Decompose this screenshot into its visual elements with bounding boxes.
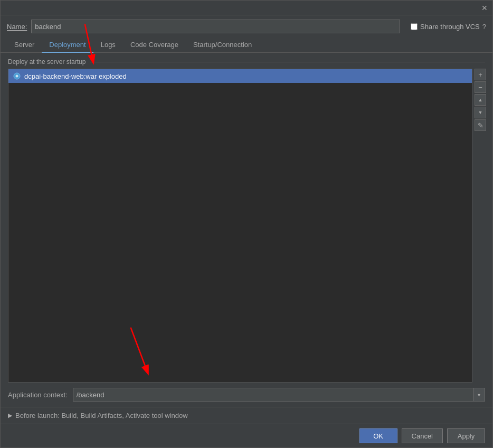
svg-point-1	[16, 75, 18, 78]
cancel-button[interactable]: Cancel	[402, 428, 443, 443]
content-area: Deploy at the server startup dcpai-backe…	[1, 53, 492, 407]
ok-button[interactable]: OK	[359, 428, 397, 443]
apply-button[interactable]: Apply	[447, 428, 485, 443]
run-configuration-dialog: ✕ Name: Share through VCS ? Server Deplo…	[0, 0, 493, 448]
app-context-label: Application context:	[8, 391, 68, 399]
edit-button[interactable]: ✎	[475, 119, 486, 131]
app-context-row: Application context: ▾	[1, 382, 492, 407]
tab-logs[interactable]: Logs	[93, 38, 123, 52]
deploy-section-header: Deploy at the server startup	[1, 53, 492, 69]
tab-startup-connection[interactable]: Startup/Connection	[186, 38, 259, 52]
name-label: Name:	[7, 23, 27, 31]
share-vcs-group: Share through VCS ?	[411, 23, 486, 31]
deploy-item-label: dcpai-backend-web:war exploded	[24, 72, 127, 80]
tab-code-coverage[interactable]: Code Coverage	[123, 38, 186, 52]
add-button[interactable]: +	[475, 69, 486, 80]
move-down-button[interactable]: ▼	[475, 107, 486, 118]
close-button[interactable]: ✕	[480, 3, 489, 13]
tab-server[interactable]: Server	[7, 38, 42, 52]
help-icon[interactable]: ?	[482, 23, 486, 31]
expand-arrow[interactable]: ▶	[8, 412, 12, 419]
tab-deployment[interactable]: Deployment	[42, 38, 93, 53]
share-vcs-label: Share through VCS	[420, 23, 480, 31]
deploy-list[interactable]: dcpai-backend-web:war exploded	[8, 69, 472, 382]
before-launch-row: ▶ Before launch: Build, Build Artifacts,…	[1, 407, 492, 424]
footer: OK Cancel Apply	[1, 424, 492, 447]
title-bar: ✕	[1, 1, 492, 15]
artifact-icon	[13, 72, 21, 80]
name-input[interactable]	[31, 20, 400, 33]
before-launch-label: Before launch: Build, Build Artifacts, A…	[15, 412, 188, 419]
share-vcs-checkbox[interactable]	[411, 23, 418, 30]
name-row: Name: Share through VCS ?	[1, 15, 492, 38]
list-item[interactable]: dcpai-backend-web:war exploded	[8, 69, 472, 83]
app-context-input[interactable]	[73, 388, 473, 402]
deploy-list-container: dcpai-backend-web:war exploded + − ▲ ▼ ✎	[8, 69, 487, 382]
list-actions: + − ▲ ▼ ✎	[472, 69, 487, 382]
move-up-button[interactable]: ▲	[475, 94, 486, 106]
app-context-dropdown[interactable]: ▾	[473, 388, 485, 402]
tabs-row: Server Deployment Logs Code Coverage Sta…	[1, 38, 492, 53]
remove-button[interactable]: −	[475, 81, 486, 93]
app-context-input-wrap: ▾	[73, 388, 485, 402]
